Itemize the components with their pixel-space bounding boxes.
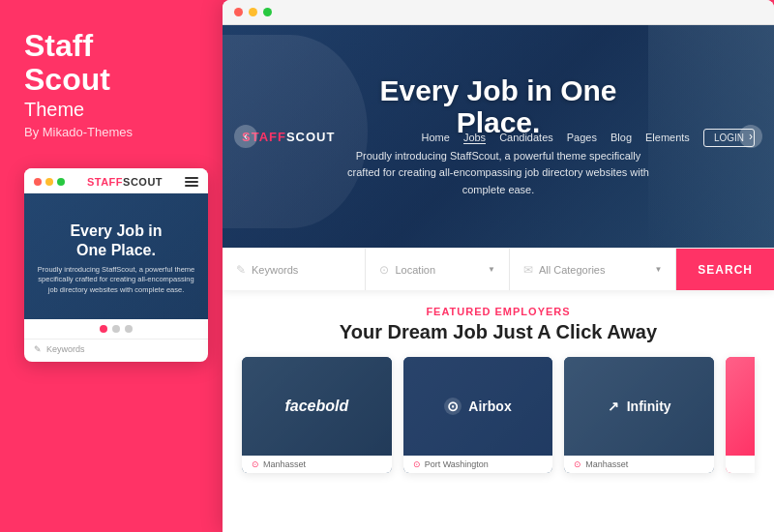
mobile-dots [34,178,65,186]
browser-window: STAFFSCOUT Home Jobs Candidates Pages Bl… [223,0,774,532]
employer-card-image-airbox: ⊙ Airbox [403,357,553,456]
mobile-edit-icon: ✎ [34,344,42,354]
brand-by: By Mikado-Themes [24,125,198,139]
employer-card-airbox[interactable]: ⊙ Airbox ⊙ Port Washington [403,357,553,473]
mobile-hamburger[interactable] [185,177,198,187]
employer-card-infinity[interactable]: ↗ Infinity ⊙ Manhasset [564,357,714,473]
mobile-indicator-2 [112,325,120,333]
mobile-keywords-label: Keywords [46,344,85,354]
employer-card-facebold[interactable]: facebold ⊙ Manhasset [242,357,392,473]
nav-link-jobs[interactable]: Jobs [463,132,486,144]
airbox-logo-text: Airbox [468,399,511,414]
nav-item-jobs[interactable]: Jobs [463,128,486,145]
keywords-icon: ✎ [236,263,246,277]
keywords-placeholder: Keywords [252,264,298,276]
nav-links: Home Jobs Candidates Pages Blog Elements… [422,128,755,145]
browser-chrome [223,0,774,25]
employer-location-infinity: Manhasset [585,459,628,469]
brand-title: StaffScout [24,29,198,97]
employer-card-footer-facebold: ⊙ Manhasset [242,456,392,473]
mobile-indicator-1 [100,325,107,333]
mobile-search-input: ✎ Keywords [34,344,198,354]
browser-dot-yellow [249,8,257,16]
partial-card-bg [726,357,755,456]
brand-subtitle: Theme [24,99,198,121]
employer-location-facebold: Manhasset [263,459,306,469]
categories-icon: ✉ [523,263,533,277]
employer-card-footer-infinity: ⊙ Manhasset [564,456,714,473]
mobile-hero-title: Every Job inOne Place. [70,222,162,258]
location-placeholder: Location [395,264,435,276]
nav-item-elements[interactable]: Elements [645,128,690,145]
browser-dot-red [234,8,243,16]
browser-content: STAFFSCOUT Home Jobs Candidates Pages Bl… [223,25,774,532]
employer-logo-facebold: facebold [284,398,348,415]
mobile-search-bar: ✎ Keywords [24,339,208,362]
nav-item-home[interactable]: Home [422,128,450,145]
featured-title: Your Dream Job Just A Click Away [242,321,755,343]
brand-block: StaffScout Theme By Mikado-Themes [24,29,198,139]
partial-card-footer [726,456,755,473]
mobile-mockup: STAFFSCOUT Every Job inOne Place. Proudl… [24,168,208,362]
mobile-logo-scout: SCOUT [123,176,163,188]
carousel-prev-button[interactable]: ‹ [234,125,257,148]
brand-line1: StaffScout [24,28,110,97]
nav-item-blog[interactable]: Blog [610,128,632,145]
employer-card-image-facebold: facebold [242,357,392,456]
location-pin-icon-airbox: ⊙ [413,459,421,469]
search-bar: ✎ Keywords ⊙ Location ▼ ✉ All Categories… [223,248,774,290]
location-pin-icon-infinity: ⊙ [574,459,581,469]
mobile-logo-staff: STAFF [87,176,123,188]
nav-link-elements[interactable]: Elements [645,132,690,143]
mobile-logo: STAFFSCOUT [87,176,163,188]
categories-dropdown-icon: ▼ [654,265,662,274]
nav-link-home[interactable]: Home [422,132,450,143]
left-panel: StaffScout Theme By Mikado-Themes STAFFS… [0,0,223,532]
mobile-dot-green [57,178,65,186]
employer-card-footer-airbox: ⊙ Port Washington [403,456,553,473]
mobile-dot-yellow [45,178,53,186]
employer-logo-infinity: ↗ Infinity [608,399,671,414]
infinity-arrow-icon: ↗ [608,399,619,414]
employer-card-image-infinity: ↗ Infinity [564,357,714,456]
location-icon: ⊙ [379,263,389,277]
airbox-circle-icon: ⊙ [444,398,461,415]
employer-cards: facebold ⊙ Manhasset ⊙ Airbox [242,357,755,473]
categories-field[interactable]: ✉ All Categories ▼ [510,249,676,290]
partial-card [726,357,755,473]
mobile-top-bar: STAFFSCOUT [24,168,208,193]
mobile-indicator-3 [125,325,133,333]
infinity-logo-text: Infinity [627,399,671,414]
nav-link-pages[interactable]: Pages [567,132,597,143]
featured-label: Featured Employers [242,306,755,317]
mobile-hero: Every Job inOne Place. Proudly introduci… [24,193,208,319]
location-dropdown-icon: ▼ [488,265,495,274]
employer-location-airbox: Port Washington [425,459,489,469]
hero-section: STAFFSCOUT Home Jobs Candidates Pages Bl… [223,25,774,248]
site-navbar: STAFFSCOUT Home Jobs Candidates Pages Bl… [223,116,774,157]
facebold-logo-text: facebold [284,398,348,415]
mobile-hero-subtitle: Proudly introducing StaffScout, a powerf… [36,265,196,296]
carousel-next-button[interactable]: › [739,125,762,148]
location-pin-icon: ⊙ [252,459,259,469]
nav-item-candidates[interactable]: Candidates [499,128,553,145]
nav-item-pages[interactable]: Pages [567,128,597,145]
categories-placeholder: All Categories [539,264,605,276]
employer-logo-airbox: ⊙ Airbox [444,398,511,415]
featured-section: Featured Employers Your Dream Job Just A… [223,290,774,532]
location-field[interactable]: ⊙ Location ▼ [366,249,509,290]
browser-dot-green [263,8,272,16]
mobile-dot-red [34,178,42,186]
keywords-field[interactable]: ✎ Keywords [223,249,366,290]
nav-link-candidates[interactable]: Candidates [499,132,553,143]
logo-scout: SCOUT [286,130,336,144]
mobile-indicators [24,319,208,339]
search-button[interactable]: SEARCH [676,249,774,290]
nav-link-blog[interactable]: Blog [610,132,632,143]
